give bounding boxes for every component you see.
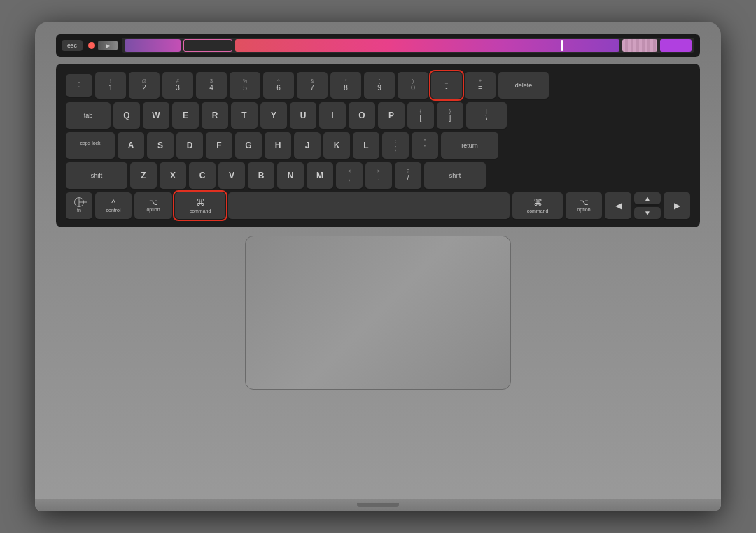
tb-slider-area: [122, 38, 694, 53]
arrow-up-down: ▲ ▼: [634, 192, 661, 219]
zxcv-row: shift Z X C V B N M < , > . ? / shift: [66, 162, 690, 189]
key-3[interactable]: # 3: [162, 72, 193, 99]
tb-close-dot: [88, 42, 95, 49]
key-control[interactable]: ^ control: [95, 192, 132, 219]
key-fn[interactable]: fn: [66, 192, 92, 219]
key-quote[interactable]: " ': [412, 132, 438, 159]
key-shift-left[interactable]: shift: [66, 162, 127, 189]
key-a[interactable]: A: [118, 132, 144, 159]
key-0[interactable]: ) 0: [398, 72, 428, 99]
key-h[interactable]: H: [265, 132, 291, 159]
key-arrow-right[interactable]: ▶: [664, 192, 690, 219]
key-arrow-up[interactable]: ▲: [634, 192, 661, 204]
tb-seg-violet: [660, 39, 692, 52]
tb-controls: ▶: [88, 41, 118, 50]
key-comma[interactable]: < ,: [336, 162, 363, 189]
key-minus[interactable]: _ -: [431, 72, 462, 99]
tb-volume-icon: ▶: [98, 41, 118, 50]
key-n[interactable]: N: [277, 162, 304, 189]
key-tilde[interactable]: ~ `: [66, 74, 92, 97]
tb-seg-checker: [622, 39, 657, 52]
tb-seg-gradient: [235, 39, 620, 52]
key-7[interactable]: & 7: [297, 72, 328, 99]
key-y[interactable]: Y: [260, 102, 287, 129]
key-v[interactable]: V: [218, 162, 245, 189]
key-return[interactable]: return: [441, 132, 498, 159]
touch-bar: esc ▶: [56, 34, 700, 57]
key-q[interactable]: Q: [113, 102, 140, 129]
key-option-left[interactable]: ⌥ option: [134, 192, 172, 219]
key-k[interactable]: K: [323, 132, 350, 159]
key-w[interactable]: W: [143, 102, 169, 129]
tb-thumb: [561, 40, 564, 51]
key-o[interactable]: O: [349, 102, 375, 129]
key-tab[interactable]: tab: [66, 102, 111, 129]
key-s[interactable]: S: [147, 132, 174, 159]
key-delete[interactable]: delete: [498, 72, 549, 99]
key-shift-right[interactable]: shift: [424, 162, 486, 189]
key-t[interactable]: T: [231, 102, 258, 129]
key-backslash[interactable]: | \: [466, 102, 507, 129]
key-9[interactable]: ( 9: [364, 72, 395, 99]
key-j[interactable]: J: [294, 132, 321, 159]
key-l[interactable]: L: [353, 132, 379, 159]
key-slash[interactable]: ? /: [395, 162, 421, 189]
key-p[interactable]: P: [378, 102, 405, 129]
key-lbracket[interactable]: { [: [407, 102, 434, 129]
key-z[interactable]: Z: [130, 162, 157, 189]
key-e[interactable]: E: [172, 102, 199, 129]
key-5[interactable]: % 5: [230, 72, 260, 99]
key-i[interactable]: I: [319, 102, 346, 129]
key-command-right[interactable]: ⌘ command: [512, 192, 563, 219]
key-arrow-down[interactable]: ▼: [634, 207, 661, 219]
key-4[interactable]: $ 4: [196, 72, 227, 99]
trackpad[interactable]: [245, 236, 511, 390]
tb-esc-key[interactable]: esc: [62, 40, 83, 51]
key-option-right[interactable]: ⌥ option: [566, 192, 602, 219]
trackpad-area: [245, 236, 511, 390]
qwerty-row: tab Q W E R T Y U I O P { [ } ] | \: [66, 102, 690, 129]
key-arrow-left[interactable]: ◀: [605, 192, 631, 219]
key-rbracket[interactable]: } ]: [437, 102, 463, 129]
laptop-notch: [357, 503, 399, 507]
key-6[interactable]: ^ 6: [263, 72, 294, 99]
key-1[interactable]: ! 1: [95, 72, 126, 99]
key-u[interactable]: U: [290, 102, 316, 129]
keyboard-area: ~ ` ! 1 @ 2 # 3 $ 4 % 5: [56, 64, 700, 227]
key-d[interactable]: D: [176, 132, 203, 159]
number-row: ~ ` ! 1 @ 2 # 3 $ 4 % 5: [66, 72, 690, 99]
key-g[interactable]: G: [235, 132, 262, 159]
globe-icon: [74, 197, 84, 207]
key-x[interactable]: X: [160, 162, 186, 189]
key-r[interactable]: R: [202, 102, 228, 129]
tb-seg-pink-outline: [183, 39, 232, 52]
key-8[interactable]: * 8: [330, 72, 361, 99]
arrow-cluster: ◀ ▲ ▼ ▶: [605, 192, 690, 219]
key-period[interactable]: > .: [365, 162, 392, 189]
laptop-bottom: [35, 499, 721, 511]
bottom-row: fn ^ control ⌥ option ⌘ command ⌘ comman…: [66, 192, 690, 219]
laptop-body: esc ▶ ~ ` ! 1: [35, 22, 721, 511]
tb-seg-purple: [125, 39, 181, 52]
key-c[interactable]: C: [189, 162, 216, 189]
key-2[interactable]: @ 2: [129, 72, 160, 99]
key-capslock[interactable]: caps lock: [66, 132, 115, 159]
key-equals[interactable]: + =: [465, 72, 496, 99]
key-command-left[interactable]: ⌘ command: [175, 192, 225, 219]
key-semicolon[interactable]: : ;: [382, 132, 409, 159]
key-space[interactable]: [228, 192, 510, 219]
key-m[interactable]: M: [307, 162, 333, 189]
key-f[interactable]: F: [206, 132, 232, 159]
asdf-row: caps lock A S D F G H J K L : ; " ' retu…: [66, 132, 690, 159]
key-b[interactable]: B: [248, 162, 274, 189]
